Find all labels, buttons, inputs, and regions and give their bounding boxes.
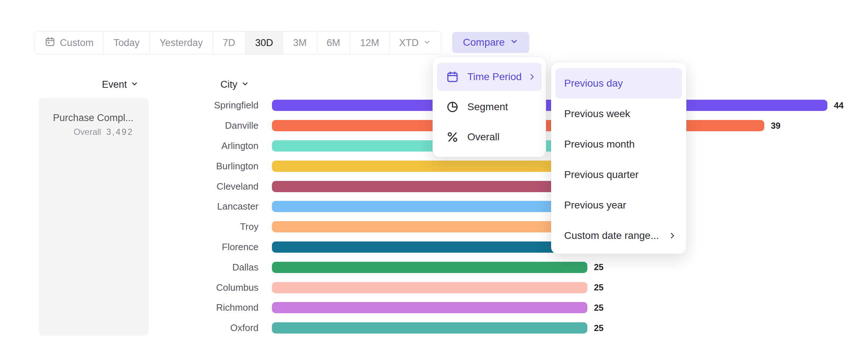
bar-label: Dallas [0, 262, 259, 273]
bar-value: 25 [594, 282, 604, 293]
date-range-7d[interactable]: 7D [212, 32, 245, 54]
menu-item-time-period[interactable]: Time Period [437, 63, 542, 91]
date-range-today[interactable]: Today [103, 32, 149, 54]
menu-item-overall[interactable]: Overall [437, 123, 542, 151]
chart-row-burlington: Burlington [0, 156, 868, 176]
segment-pie-icon [446, 100, 459, 113]
chart-row-columbus: Columbus25 [0, 277, 868, 298]
bar-value: 44 [834, 100, 844, 111]
submenu-item-previous-year[interactable]: Previous year [555, 190, 682, 220]
date-range-label: 3M [293, 37, 307, 49]
chevron-down-icon [241, 79, 249, 90]
date-range-custom[interactable]: Custom [35, 32, 103, 54]
date-range-label: Today [113, 37, 140, 49]
bar-label: Richmond [0, 302, 259, 313]
event-column-header[interactable]: Event [102, 79, 139, 90]
chart-row-oxford: Oxford25 [0, 318, 868, 338]
toolbar: CustomTodayYesterday7D30D3M6M12MXTD Comp… [34, 31, 529, 54]
chevron-right-icon [667, 231, 677, 240]
bar[interactable] [272, 322, 587, 334]
bar-label: Arlington [0, 140, 259, 152]
submenu-item-previous-month[interactable]: Previous month [555, 129, 682, 160]
date-range-label: Yesterday [160, 37, 203, 49]
bar-label: Columbus [0, 282, 259, 293]
bar-label: Troy [0, 221, 259, 232]
bar-value: 25 [594, 323, 604, 333]
date-range-control: CustomTodayYesterday7D30D3M6M12MXTD [34, 31, 441, 54]
menu-item-label: Overall [467, 131, 500, 143]
compare-menu: Time PeriodSegmentOverall [433, 57, 546, 157]
chart-row-lancaster: Lancaster [0, 197, 868, 217]
compare-button[interactable]: Compare [452, 32, 529, 53]
bar-value: 25 [594, 262, 604, 272]
city-column-label: City [220, 79, 237, 90]
date-range-6m[interactable]: 6M [317, 32, 350, 54]
submenu-item-label: Previous day [564, 78, 623, 89]
date-range-30d[interactable]: 30D [245, 32, 283, 54]
date-range-label: 12M [360, 37, 379, 49]
date-range-label: 7D [223, 37, 235, 49]
menu-item-segment[interactable]: Segment [437, 93, 542, 121]
bar-label: Lancaster [0, 201, 259, 212]
submenu-item-previous-quarter[interactable]: Previous quarter [555, 160, 682, 190]
chart-row-florence: Florence [0, 237, 868, 257]
date-range-12m[interactable]: 12M [350, 32, 389, 54]
time-period-submenu: Previous dayPrevious weekPrevious monthP… [551, 62, 686, 254]
chevron-right-icon [527, 72, 537, 82]
submenu-item-custom-date-range[interactable]: Custom date range... [555, 220, 682, 251]
date-range-label: XTD [399, 37, 419, 49]
bar-label: Danville [0, 120, 259, 131]
bar[interactable] [272, 282, 587, 293]
date-range-3m[interactable]: 3M [283, 32, 317, 54]
date-range-yesterday[interactable]: Yesterday [149, 32, 212, 54]
date-range-label: Custom [60, 37, 94, 49]
bar[interactable] [272, 262, 587, 273]
date-range-label: 30D [255, 37, 273, 49]
bar-label: Springfield [0, 100, 259, 111]
calendar-icon [446, 70, 459, 83]
calendar-icon [45, 36, 55, 50]
event-column-label: Event [102, 79, 127, 90]
bar-value: 25 [594, 303, 604, 313]
submenu-item-previous-day[interactable]: Previous day [555, 68, 682, 99]
submenu-item-label: Previous month [564, 138, 635, 150]
submenu-item-label: Custom date range... [564, 230, 659, 241]
bar-value: 39 [771, 121, 781, 131]
date-range-label: 6M [327, 37, 340, 49]
compare-button-label: Compare [463, 37, 505, 48]
date-range-xtd[interactable]: XTD [389, 32, 441, 54]
chevron-down-icon [131, 79, 139, 90]
chart-row-troy: Troy [0, 217, 868, 237]
chevron-down-icon [510, 37, 518, 48]
submenu-item-label: Previous year [564, 199, 626, 211]
bar-label: Burlington [0, 161, 259, 172]
submenu-item-label: Previous quarter [564, 169, 638, 181]
percent-icon [446, 131, 459, 144]
bar[interactable] [272, 100, 827, 111]
bar-label: Oxford [0, 322, 259, 334]
chart-row-cleveland: Cleveland [0, 176, 868, 197]
menu-item-label: Segment [467, 101, 508, 113]
menu-item-label: Time Period [467, 71, 522, 83]
chart-row-dallas: Dallas25 [0, 257, 868, 277]
chart-row-richmond: Richmond25 [0, 298, 868, 318]
city-column-header[interactable]: City [220, 79, 249, 90]
bar[interactable] [272, 302, 587, 313]
chevron-down-icon [423, 37, 431, 49]
bar-label: Cleveland [0, 181, 259, 192]
submenu-item-label: Previous week [564, 108, 630, 120]
bar-label: Florence [0, 241, 259, 253]
submenu-item-previous-week[interactable]: Previous week [555, 99, 682, 129]
